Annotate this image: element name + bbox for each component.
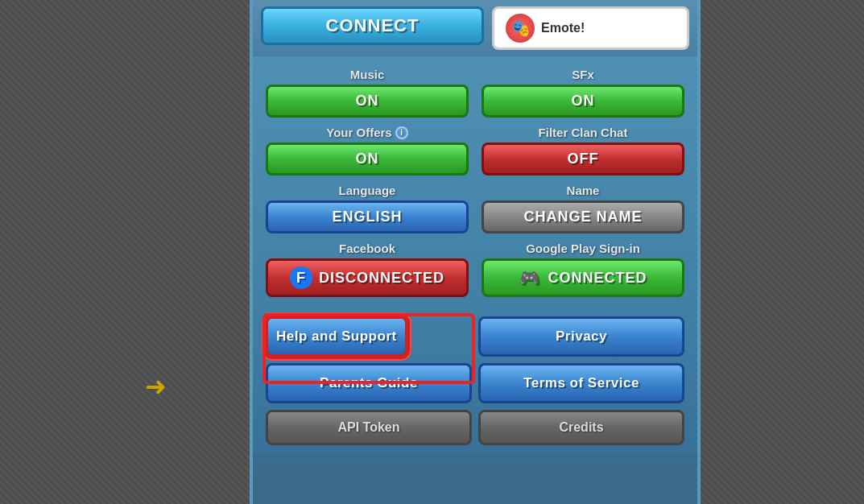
help-support-button[interactable]: Help and Support — [266, 316, 407, 357]
facebook-status: Disconnected — [319, 270, 444, 287]
your-offers-label: Your Offers i — [326, 126, 407, 139]
language-setting: Language English — [266, 184, 469, 233]
facebook-label: Facebook — [339, 242, 395, 255]
emote-box: 🎭 Emote! — [492, 6, 689, 50]
google-play-icon: 🎮 — [519, 266, 541, 289]
settings-grid: Music On SFx On Your Offers i On Filter … — [253, 56, 697, 308]
name-label: Name — [567, 184, 600, 197]
filter-clan-chat-setting: Filter Clan Chat Off — [482, 126, 684, 176]
facebook-icon: f — [290, 266, 312, 289]
help-support-container: Help and Support — [266, 316, 472, 357]
facebook-setting: Facebook f Disconnected — [266, 242, 469, 297]
your-offers-setting: Your Offers i On — [266, 126, 469, 176]
filter-clan-chat-toggle[interactable]: Off — [482, 143, 684, 176]
bottom-section: Help and Support Privacy Parents Guide T… — [253, 308, 697, 453]
language-label: Language — [339, 184, 396, 197]
google-play-label: Google Play Sign-in — [526, 242, 640, 255]
terms-of-service-button[interactable]: Terms of Service — [478, 363, 684, 403]
connect-button[interactable]: CONNECT — [261, 6, 484, 45]
google-play-status: Connected — [548, 270, 647, 287]
parents-guide-button[interactable]: Parents Guide — [266, 363, 472, 403]
settings-panel: CONNECT 🎭 Emote! Music On SFx On Your Of… — [250, 0, 701, 504]
emote-label: Emote! — [541, 21, 585, 35]
change-name-button[interactable]: Change Name — [482, 200, 684, 233]
emote-icon: 🎭 — [506, 14, 535, 43]
sfx-toggle[interactable]: On — [482, 85, 684, 118]
arrow-left-icon: ➜ — [145, 378, 201, 395]
privacy-button[interactable]: Privacy — [478, 316, 684, 357]
language-button[interactable]: English — [266, 200, 469, 233]
facebook-button[interactable]: f Disconnected — [266, 258, 469, 297]
info-icon: i — [395, 126, 408, 139]
your-offers-toggle[interactable]: On — [266, 143, 469, 176]
music-setting: Music On — [266, 68, 469, 118]
top-section: CONNECT 🎭 Emote! — [253, 0, 697, 56]
name-setting: Name Change Name — [482, 184, 684, 233]
sfx-label: SFx — [572, 68, 594, 81]
sfx-setting: SFx On — [482, 68, 684, 118]
filter-clan-chat-label: Filter Clan Chat — [539, 126, 628, 139]
api-token-button[interactable]: API Token — [266, 410, 472, 445]
music-toggle[interactable]: On — [266, 85, 469, 118]
google-play-button[interactable]: 🎮 Connected — [482, 258, 684, 297]
credits-button[interactable]: Credits — [478, 410, 684, 445]
google-play-setting: Google Play Sign-in 🎮 Connected — [482, 242, 684, 297]
music-label: Music — [350, 68, 385, 81]
